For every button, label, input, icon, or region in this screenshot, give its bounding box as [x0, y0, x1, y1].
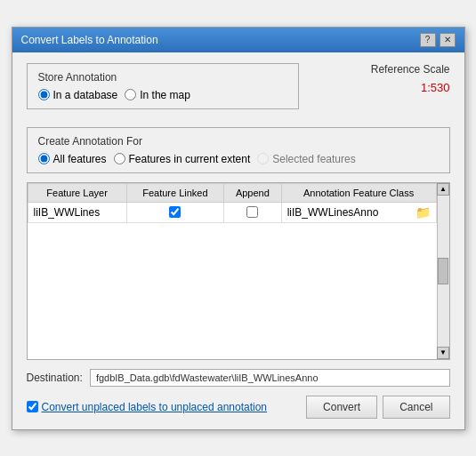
- col-append: Append: [224, 183, 282, 202]
- scroll-up-btn[interactable]: ▲: [437, 183, 449, 196]
- option-all-features-text: All features: [53, 153, 107, 165]
- action-buttons: Convert Cancel: [306, 396, 449, 419]
- store-annotation-label: Store Annotation: [38, 71, 287, 84]
- top-sections: Store Annotation In a database In the ma…: [27, 63, 450, 118]
- reference-scale-value: 1:530: [308, 81, 450, 94]
- reference-scale-section: Reference Scale 1:530: [308, 63, 450, 118]
- help-button[interactable]: ?: [420, 33, 436, 47]
- create-options-row: All features Features in current extent …: [38, 153, 439, 165]
- close-button[interactable]: ✕: [440, 33, 456, 47]
- title-bar: Convert Labels to Annotation ? ✕: [12, 28, 464, 52]
- store-annotation-section: Store Annotation In a database In the ma…: [27, 63, 299, 109]
- cell-feature-layer: liIB_WWLines: [28, 202, 126, 222]
- folder-icon[interactable]: 📁: [415, 205, 431, 220]
- option-database-label[interactable]: In a database: [38, 89, 118, 101]
- option-database-radio[interactable]: [38, 89, 50, 100]
- destination-row: Destination:: [27, 369, 450, 387]
- option-all-features-label[interactable]: All features: [38, 153, 107, 165]
- convert-button[interactable]: Convert: [306, 396, 377, 419]
- option-map-text: In the map: [140, 89, 190, 101]
- convert-unplaced-checkbox[interactable]: [27, 401, 38, 412]
- cancel-button[interactable]: Cancel: [383, 396, 449, 419]
- option-map-radio[interactable]: [125, 89, 136, 100]
- scroll-down-btn[interactable]: ▼: [437, 347, 449, 359]
- option-selected-text: Selected features: [272, 153, 355, 165]
- col-feature-linked: Feature Linked: [126, 183, 223, 202]
- destination-label: Destination:: [27, 372, 83, 384]
- option-extent-radio[interactable]: [114, 153, 125, 164]
- create-annotation-label: Create Annotation For: [38, 135, 439, 148]
- table-body: liIB_WWLines liIB_WWLinesAnno 📁: [28, 202, 436, 222]
- cell-feature-linked[interactable]: [126, 202, 223, 222]
- bottom-row: Convert unplaced labels to unplaced anno…: [27, 396, 450, 419]
- cell-annotation-class: liIB_WWLinesAnno 📁: [281, 202, 436, 222]
- option-selected-radio: [257, 153, 269, 164]
- cell-append[interactable]: [224, 202, 282, 222]
- col-annotation-class: Annotation Feature Class: [281, 183, 436, 202]
- dialog-title: Convert Labels to Annotation: [21, 34, 158, 46]
- scroll-thumb[interactable]: [438, 258, 448, 284]
- table-row: liIB_WWLines liIB_WWLinesAnno 📁: [28, 202, 436, 222]
- convert-unplaced-text: Convert unplaced labels to unplaced anno…: [42, 401, 268, 413]
- option-extent-text: Features in current extent: [129, 153, 251, 165]
- feature-layer-table: Feature Layer Feature Linked Append Anno…: [28, 183, 437, 223]
- reference-scale-label: Reference Scale: [308, 63, 450, 76]
- store-options-row: In a database In the map: [38, 89, 287, 101]
- option-database-text: In a database: [53, 89, 118, 101]
- table-header-row: Feature Layer Feature Linked Append Anno…: [28, 183, 436, 202]
- dialog-window: Convert Labels to Annotation ? ✕ Store A…: [12, 27, 465, 430]
- create-annotation-section: Create Annotation For All features Featu…: [27, 127, 450, 173]
- dialog-body: Store Annotation In a database In the ma…: [12, 52, 464, 429]
- annotation-class-value: liIB_WWLinesAnno: [287, 206, 379, 219]
- option-map-label[interactable]: In the map: [125, 89, 190, 101]
- feature-layer-table-container: Feature Layer Feature Linked Append Anno…: [27, 182, 450, 360]
- destination-input[interactable]: [90, 369, 450, 387]
- append-checkbox[interactable]: [246, 206, 258, 218]
- feature-linked-checkbox[interactable]: [169, 206, 181, 218]
- table-inner: Feature Layer Feature Linked Append Anno…: [28, 183, 437, 359]
- scrollbar[interactable]: ▲ ▼: [437, 183, 449, 359]
- convert-unplaced-label[interactable]: Convert unplaced labels to unplaced anno…: [27, 401, 268, 413]
- title-bar-buttons: ? ✕: [420, 33, 456, 47]
- option-selected-label[interactable]: Selected features: [257, 153, 355, 165]
- option-extent-label[interactable]: Features in current extent: [114, 153, 251, 165]
- col-feature-layer: Feature Layer: [28, 183, 126, 202]
- option-all-features-radio[interactable]: [38, 153, 50, 164]
